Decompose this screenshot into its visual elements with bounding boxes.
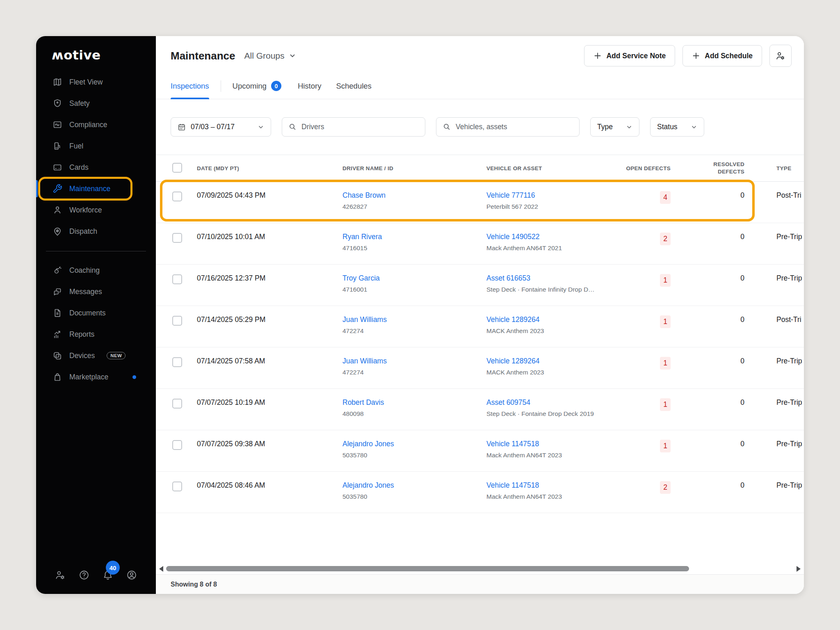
table-row[interactable]: 07/10/2025 10:01 AM Ryan Rivera4716015 V…	[156, 223, 804, 265]
select-all-checkbox[interactable]	[172, 163, 182, 173]
driver-link[interactable]: Alejandro Jones	[342, 481, 394, 489]
inspection-type: Pre-Trip	[744, 274, 804, 306]
sidebar-item-coaching[interactable]: Coaching	[36, 260, 156, 281]
row-checkbox[interactable]	[172, 440, 182, 450]
scroll-left-arrow-icon[interactable]	[159, 566, 163, 572]
row-checkbox[interactable]	[172, 482, 182, 491]
driver-link[interactable]: Juan Williams	[342, 357, 387, 365]
vehicle-link[interactable]: Vehicle 1147518	[486, 440, 539, 448]
vehicles-search-input[interactable]	[456, 123, 573, 131]
devices-icon	[52, 351, 62, 361]
scroll-right-arrow-icon[interactable]	[797, 566, 801, 572]
tab-upcoming[interactable]: Upcoming 0	[233, 73, 281, 99]
admin-settings-button[interactable]	[53, 568, 67, 582]
sidebar-item-fuel[interactable]: Fuel	[36, 135, 156, 157]
scrollbar-thumb[interactable]	[166, 566, 689, 571]
driver-link[interactable]: Chase Brown	[342, 191, 386, 199]
document-icon	[52, 308, 62, 318]
sidebar-item-devices[interactable]: Devices NEW	[36, 345, 156, 366]
sidebar-item-cards[interactable]: Cards	[36, 157, 156, 178]
driver-link[interactable]: Alejandro Jones	[342, 440, 394, 448]
row-checkbox[interactable]	[172, 274, 182, 284]
inspection-type: Post-Tri	[744, 315, 804, 347]
table-row[interactable]: 07/07/2025 10:19 AM Robert Davis480098 A…	[156, 389, 804, 430]
open-defects-badge: 1	[660, 440, 671, 452]
new-badge: NEW	[107, 352, 126, 359]
tab-label: Upcoming	[233, 82, 267, 91]
chevron-down-icon	[626, 124, 632, 130]
chart-icon	[52, 329, 62, 339]
filter-bar: 07/03 – 07/17 Type Status	[156, 99, 804, 155]
shopping-bag-icon	[52, 372, 62, 382]
table-row[interactable]: 07/09/2025 04:43 PM Chase Brown4262827 V…	[156, 182, 804, 223]
driver-link[interactable]: Troy Garcia	[342, 274, 380, 282]
table-row[interactable]: 07/04/2025 08:46 AM Alejandro Jones50357…	[156, 472, 804, 513]
table-row[interactable]: 07/07/2025 09:38 AM Alejandro Jones50357…	[156, 430, 804, 472]
row-checkbox[interactable]	[172, 192, 182, 201]
vehicle-desc: Peterbilt 567 2022	[486, 203, 613, 210]
row-checkbox[interactable]	[172, 399, 182, 409]
account-button[interactable]	[125, 568, 139, 582]
sidebar-item-documents[interactable]: Documents	[36, 302, 156, 324]
sidebar-item-fleet-view[interactable]: Fleet View	[36, 71, 156, 93]
notifications-button[interactable]: 40	[101, 568, 115, 582]
sidebar-item-compliance[interactable]: Compliance	[36, 114, 156, 135]
resolved-defects-count: 0	[671, 233, 744, 264]
row-checkbox[interactable]	[172, 357, 182, 367]
row-checkbox[interactable]	[172, 316, 182, 326]
table-body: 07/09/2025 04:43 PM Chase Brown4262827 V…	[156, 182, 804, 513]
inspection-date: 07/14/2025 07:58 AM	[197, 357, 342, 388]
group-selector-label: All Groups	[244, 51, 285, 61]
status-filter[interactable]: Status	[650, 117, 704, 137]
open-defects-badge: 1	[660, 398, 671, 411]
add-schedule-button[interactable]: Add Schedule	[682, 45, 762, 66]
table-row[interactable]: 07/16/2025 12:37 PM Troy Garcia4716001 A…	[156, 265, 804, 306]
vehicle-link[interactable]: Vehicle 1289264	[486, 315, 539, 324]
drivers-search[interactable]	[282, 117, 425, 137]
vehicle-link[interactable]: Vehicle 777116	[486, 191, 535, 199]
maintenance-settings-button[interactable]	[769, 45, 792, 67]
tab-history[interactable]: History	[298, 73, 322, 99]
type-filter[interactable]: Type	[590, 117, 639, 137]
vehicle-link[interactable]: Vehicle 1289264	[486, 357, 539, 365]
vehicle-link[interactable]: Vehicle 1147518	[486, 481, 539, 489]
driver-link[interactable]: Robert Davis	[342, 398, 384, 406]
tab-inspections[interactable]: Inspections	[171, 73, 209, 99]
table-row[interactable]: 07/14/2025 07:58 AM Juan Williams472274 …	[156, 347, 804, 389]
sidebar-item-reports[interactable]: Reports	[36, 324, 156, 345]
chevron-down-icon	[691, 124, 697, 130]
sidebar-item-label: Dispatch	[69, 227, 97, 236]
drivers-search-input[interactable]	[301, 123, 418, 131]
add-service-note-button[interactable]: Add Service Note	[584, 45, 675, 66]
help-button[interactable]	[77, 568, 91, 582]
date-range-filter[interactable]: 07/03 – 07/17	[171, 117, 271, 137]
vehicle-link[interactable]: Asset 609754	[486, 398, 530, 406]
vehicle-link[interactable]: Vehicle 1490522	[486, 233, 539, 241]
sidebar-item-dispatch[interactable]: Dispatch	[36, 221, 156, 242]
plus-icon	[692, 52, 700, 60]
horizontal-scrollbar[interactable]	[156, 564, 804, 574]
sidebar-item-workforce[interactable]: Workforce	[36, 199, 156, 221]
inspection-type: Pre-Trip	[744, 398, 804, 430]
driver-link[interactable]: Ryan Rivera	[342, 233, 382, 241]
tab-schedules[interactable]: Schedules	[336, 73, 371, 99]
desktop-background: ʍotive Fleet View Safety Compliance Fuel…	[0, 0, 840, 630]
group-selector[interactable]: All Groups	[244, 51, 296, 61]
row-checkbox[interactable]	[172, 233, 182, 243]
vehicle-link[interactable]: Asset 616653	[486, 274, 530, 282]
sidebar-item-maintenance[interactable]: Maintenance	[36, 178, 156, 199]
page-header: Maintenance All Groups Add Service Note …	[156, 36, 804, 73]
row-count-summary: Showing 8 of 8	[171, 581, 217, 588]
table-row[interactable]: 07/14/2025 05:29 PM Juan Williams472274 …	[156, 306, 804, 347]
sidebar-item-safety[interactable]: Safety	[36, 93, 156, 114]
sidebar-item-messages[interactable]: Messages	[36, 281, 156, 302]
resolved-defects-count: 0	[671, 191, 744, 223]
sidebar-item-marketplace[interactable]: Marketplace	[36, 366, 156, 388]
vehicle-desc: Step Deck · Fontaine Drop Deck 2019	[486, 410, 613, 418]
tab-separator	[221, 80, 221, 92]
inspection-date: 07/07/2025 09:38 AM	[197, 440, 342, 471]
sidebar-nav-secondary: Coaching Messages Documents Reports Devi…	[36, 260, 156, 388]
driver-id: 5035780	[342, 493, 486, 500]
vehicles-search[interactable]	[436, 117, 580, 137]
driver-link[interactable]: Juan Williams	[342, 315, 387, 324]
